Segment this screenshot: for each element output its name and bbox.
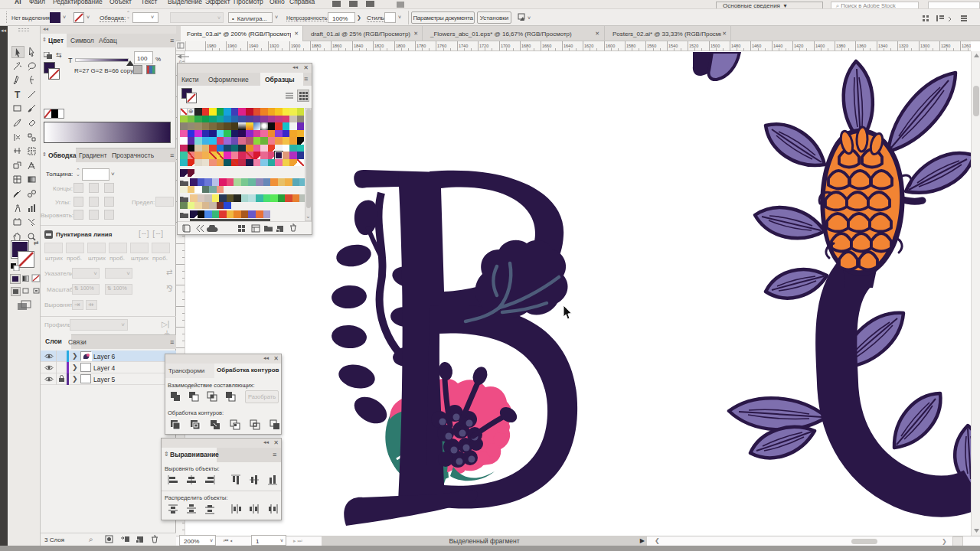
svg-text:T: T <box>15 90 21 99</box>
svg-text:˅: ˅ <box>528 15 531 21</box>
